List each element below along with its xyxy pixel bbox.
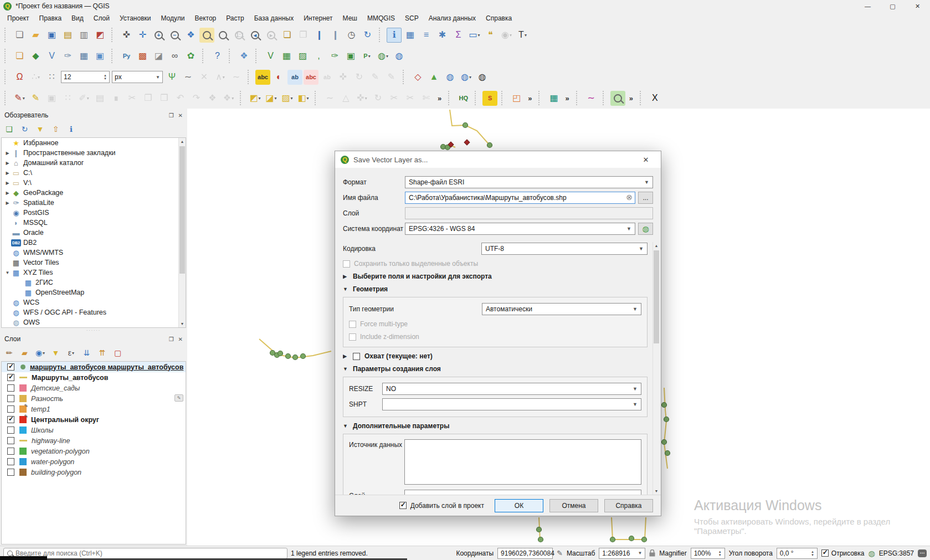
geometry-section-header[interactable]: ▼ Геометрия — [343, 285, 648, 293]
browser-item-postgis[interactable]: ◉PostGIS — [2, 208, 186, 218]
georeferencer-icon[interactable]: ▩ — [135, 49, 150, 64]
topology-checker-plugin-icon[interactable]: ❖ — [237, 49, 251, 64]
rotation-spinbox[interactable]: 0,0 °▲▼ — [777, 548, 818, 559]
scroll-down-icon[interactable]: ▼ — [179, 320, 186, 327]
add-to-project-checkbox[interactable] — [399, 502, 407, 509]
magnifier-plugin-icon[interactable] — [610, 91, 625, 106]
profile-tool-icon[interactable]: ∼ — [584, 91, 599, 106]
layer-visibility-checkbox[interactable] — [7, 416, 14, 423]
browser-properties-icon[interactable]: ℹ — [65, 123, 78, 136]
statistical-summary-icon[interactable]: ≡ — [419, 28, 434, 43]
geometry-checker-icon[interactable]: ◇ — [410, 70, 425, 85]
dialog-title-bar[interactable]: Q Save Vector Layer as... ✕ — [335, 151, 661, 168]
expander-icon[interactable]: ▶ — [4, 161, 11, 166]
cancel-button[interactable]: Отмена — [549, 499, 598, 512]
pan-to-selection-icon[interactable]: ✛ — [135, 28, 150, 43]
menu-установки[interactable]: Установки — [115, 13, 156, 23]
help-button[interactable]: Справка — [604, 499, 653, 512]
current-edits-icon[interactable]: ✎▾ — [12, 91, 27, 106]
add-postgis-layer-icon[interactable]: P▾ — [359, 49, 374, 64]
enable-tracing-icon[interactable]: Ψ — [165, 70, 179, 85]
add-raster-layer-icon[interactable]: ▦ — [279, 49, 294, 64]
browser-filter-icon[interactable]: ▼ — [34, 123, 47, 136]
layer-row-разность[interactable]: Разность✎ — [2, 393, 186, 404]
browser-add-layer-icon[interactable]: ❏ — [3, 123, 16, 136]
new-map-view-icon[interactable]: ❏ — [280, 28, 295, 43]
expander-icon[interactable]: ▶ — [4, 151, 11, 156]
serval-plugin-icon[interactable]: ▦ — [546, 91, 561, 106]
toolbar-overflow-icon[interactable]: » — [629, 94, 633, 102]
layer-row-маршруты-автобусов-маршруты-автобусов[interactable]: маршруты_автобусов маршруты_автобусов — [2, 362, 186, 372]
measure-icon[interactable]: ▭▾ — [467, 28, 482, 43]
layer-visibility-checkbox[interactable] — [7, 395, 14, 402]
pin-labels-icon[interactable]: ab — [287, 70, 302, 85]
geometry-type-combobox[interactable]: Автоматически ▼ — [482, 303, 641, 315]
menu-правка[interactable]: Правка — [34, 13, 67, 23]
layer-visibility-checkbox[interactable] — [7, 374, 14, 381]
browser-close-icon[interactable]: ✕ — [178, 112, 183, 119]
add-vector-layer-icon[interactable]: V — [263, 49, 278, 64]
menu-анализ-данных[interactable]: Анализ данных — [424, 13, 481, 23]
quickmapservices-icon[interactable]: ✿ — [183, 49, 198, 64]
scroll-up-icon[interactable]: ▲ — [179, 138, 186, 145]
extent-checkbox[interactable] — [353, 353, 360, 360]
magnifier-spinbox[interactable]: 100%▲▼ — [691, 548, 725, 559]
browser-item-wfs-ogc-api-features[interactable]: ◍WFS / OGC API - Features — [2, 307, 186, 317]
expander-icon[interactable]: ▶ — [4, 201, 11, 205]
select-features-rectangle-icon[interactable]: ◩▾ — [248, 91, 263, 106]
ok-button[interactable]: ОК — [495, 499, 543, 512]
extents-toggle-icon[interactable]: ✎ — [557, 549, 563, 557]
scrollbar-thumb[interactable] — [179, 146, 185, 274]
browser-item-oracle[interactable]: ▬Oracle — [2, 228, 186, 238]
expander-icon[interactable]: ▶ — [4, 171, 11, 176]
show-statistics-icon[interactable]: Σ — [451, 28, 466, 43]
clear-filename-icon[interactable]: ⊗ — [626, 193, 633, 201]
menu-справка[interactable]: Справка — [481, 13, 517, 23]
open-attribute-table-icon[interactable]: ▦ — [403, 28, 418, 43]
layer-visibility-checkbox[interactable] — [7, 363, 14, 371]
zoom-out-icon[interactable]: − — [167, 28, 182, 43]
minimize-button[interactable]: — — [855, 0, 880, 12]
search-input[interactable] — [16, 549, 284, 557]
scrollbar-thumb[interactable] — [654, 250, 659, 343]
shpt-combobox[interactable]: ▼ — [382, 398, 641, 410]
layer-row-water-polygon[interactable]: water-polygon — [2, 456, 186, 467]
add-group-icon[interactable]: ▰ — [18, 347, 31, 359]
browser-float-icon[interactable]: ❐ — [169, 112, 174, 119]
browser-item-wms-wmts[interactable]: ◍WMS/WMTS — [2, 248, 186, 258]
browser-item-xyz-tiles[interactable]: ▼▦XYZ Tiles — [2, 268, 186, 278]
expander-icon[interactable]: ▶ — [4, 191, 11, 196]
browser-item-db2[interactable]: DB2DB2 — [2, 238, 186, 248]
add-delimited-text-layer-icon[interactable]: , — [311, 49, 326, 64]
datasource-textarea[interactable] — [404, 439, 641, 485]
remove-layer-icon[interactable]: ▢ — [111, 347, 124, 359]
snapping-units-combobox[interactable]: px▼ — [112, 71, 163, 83]
browser-item-2гис[interactable]: ▦2ГИС — [2, 278, 186, 287]
layer-row-building-polygon[interactable]: building-polygon — [2, 467, 186, 477]
mesh-calculator-icon[interactable]: ◪ — [151, 49, 166, 64]
highlight-pinned-labels-icon[interactable]: abc — [304, 70, 318, 85]
snapping-tolerance-spinbox[interactable]: 12▲▼ — [61, 71, 110, 83]
browser-item-домашний-каталог[interactable]: ▶⌂Домашний каталог — [2, 158, 186, 168]
project-new-icon[interactable]: ❏ — [12, 28, 27, 43]
zoom-full-extent-icon[interactable]: ❖ — [183, 28, 198, 43]
snapping-toggle-icon[interactable]: Ω — [12, 70, 27, 85]
layer-options-section-header[interactable]: ▼ Параметры создания слоя — [343, 365, 648, 373]
manage-map-themes-icon[interactable]: ◉▾ — [34, 347, 47, 359]
layer-visibility-checkbox[interactable] — [7, 405, 14, 413]
browser-item-openstreetmap[interactable]: ▦OpenStreetMap — [2, 287, 186, 297]
menu-меш[interactable]: Меш — [338, 13, 362, 23]
layer-row-школы[interactable]: Школы — [2, 425, 186, 435]
offset-curve-icon[interactable]: ∼ — [181, 70, 196, 85]
expander-icon[interactable]: ▼ — [4, 270, 11, 275]
render-checkbox[interactable] — [821, 549, 829, 557]
browser-item-spatialite[interactable]: ▶✑SpatiaLite — [2, 198, 186, 208]
new-memory-layer-icon[interactable]: ▦ — [76, 49, 91, 64]
layer-visibility-checkbox[interactable] — [7, 384, 14, 392]
dialog-close-icon[interactable]: ✕ — [636, 156, 655, 164]
help-contents-icon[interactable]: ? — [210, 49, 225, 64]
crs-status-globe-icon[interactable]: ◍ — [868, 549, 875, 558]
identify-features-icon[interactable]: ℹ — [387, 28, 402, 43]
menu-модули[interactable]: Модули — [156, 13, 189, 23]
layout-manager-icon[interactable]: ▥ — [76, 28, 91, 43]
